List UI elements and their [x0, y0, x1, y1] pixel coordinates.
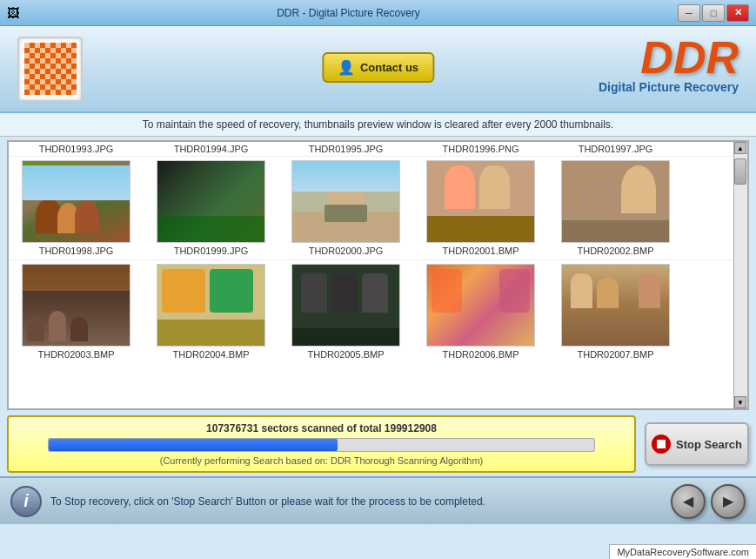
list-item: THDR01997.JPG: [548, 142, 683, 156]
list-item[interactable]: THDR02007.BMP: [548, 260, 683, 363]
thumb-label: THDR01994.JPG: [174, 144, 249, 154]
stop-square: [657, 440, 666, 448]
stop-search-button[interactable]: Stop Search: [645, 422, 749, 466]
list-item[interactable]: THDR02003.BMP: [9, 260, 144, 363]
status-area: 107376731 sectors scanned of total 19991…: [7, 414, 749, 475]
window-title: DDR - Digital Picture Recovery: [19, 7, 678, 19]
app-icon: 🖼: [7, 6, 19, 20]
thumb-label: THDR02000.JPG: [309, 246, 384, 256]
thumbnail-row-2: THDR01998.JPG THDR01999.JPG THDR02000.JP…: [9, 157, 747, 260]
list-item: THDR01995.JPG: [278, 142, 413, 156]
close-button[interactable]: ✕: [726, 4, 749, 22]
thumb-label: THDR02002.BMP: [577, 246, 653, 256]
ddr-title: DDR: [599, 35, 739, 80]
thumb-label: THDR01993.JPG: [39, 144, 114, 154]
notice-bar: To maintain the speed of recovery, thumb…: [0, 113, 756, 137]
thumb-label: THDR02004.BMP: [172, 349, 249, 360]
sectors-text: 107376731 sectors scanned of total 19991…: [206, 422, 437, 434]
progress-bar-fill: [49, 439, 338, 451]
algo-text: (Currently performing Search based on: D…: [160, 455, 484, 466]
thumb-label: THDR02006.BMP: [442, 349, 518, 360]
list-item: THDR01996.PNG: [413, 142, 548, 156]
thumbnail-row-3: THDR02003.BMP THDR02004.BMP THDR02005.BM…: [9, 260, 747, 363]
list-item: THDR01993.JPG: [9, 142, 144, 156]
title-bar: 🖼 DDR - Digital Picture Recovery ─ □ ✕: [0, 0, 756, 26]
scrollbar[interactable]: ▲ ▼: [733, 142, 747, 408]
back-icon: ◀: [683, 493, 693, 509]
scrollbar-thumb[interactable]: [734, 158, 746, 185]
minimize-button[interactable]: ─: [678, 4, 700, 22]
contact-label: Contact us: [360, 61, 418, 74]
logo-box: [17, 37, 83, 102]
list-item[interactable]: THDR01999.JPG: [144, 157, 278, 259]
thumb-label: THDR01995.JPG: [309, 144, 384, 154]
list-item[interactable]: THDR01998.JPG: [9, 157, 144, 259]
thumb-label: THDR01996.PNG: [442, 144, 518, 154]
nav-buttons: ◀ ▶: [671, 484, 746, 519]
scroll-up-arrow[interactable]: ▲: [734, 142, 746, 154]
list-item[interactable]: THDR02001.BMP: [413, 157, 548, 259]
progress-bar: [48, 438, 595, 452]
back-button[interactable]: ◀: [671, 484, 706, 519]
thumb-label: THDR02001.BMP: [442, 246, 518, 256]
thumb-label: THDR01998.JPG: [39, 246, 114, 256]
list-item[interactable]: THDR02000.JPG: [278, 157, 413, 259]
scroll-down-arrow[interactable]: ▼: [734, 396, 746, 408]
ddr-subtitle: Digital Picture Recovery: [599, 80, 739, 94]
contact-button[interactable]: 👤 Contact us: [322, 52, 434, 83]
bottom-info-text: To Stop recovery, click on 'Stop Search'…: [50, 495, 662, 508]
window-controls: ─ □ ✕: [678, 4, 749, 22]
progress-panel: 107376731 sectors scanned of total 19991…: [7, 415, 636, 473]
info-icon: i: [10, 486, 42, 517]
next-button[interactable]: ▶: [711, 484, 746, 519]
notice-text: To maintain the speed of recovery, thumb…: [143, 118, 613, 131]
brand-area: DDR Digital Picture Recovery: [599, 35, 739, 94]
header: 👤 Contact us DDR Digital Picture Recover…: [0, 26, 756, 113]
thumb-label: THDR02003.BMP: [37, 349, 114, 360]
stop-icon: [652, 434, 671, 454]
list-item: THDR01994.JPG: [144, 142, 278, 156]
maximize-button[interactable]: □: [702, 4, 725, 22]
thumbnail-row-1: THDR01993.JPG THDR01994.JPG THDR01995.JP…: [9, 142, 747, 157]
list-item[interactable]: THDR02006.BMP: [413, 260, 548, 363]
stop-label: Stop Search: [676, 438, 742, 451]
thumbnails-container: THDR01993.JPG THDR01994.JPG THDR01995.JP…: [7, 140, 749, 410]
bottom-bar: i To Stop recovery, click on 'Stop Searc…: [0, 476, 756, 524]
watermark-text: MyDataRecoverySoftware.com: [617, 547, 749, 557]
list-item[interactable]: THDR02005.BMP: [278, 260, 413, 363]
contact-icon: 👤: [338, 59, 355, 76]
watermark: MyDataRecoverySoftware.com: [609, 544, 756, 559]
next-icon: ▶: [723, 493, 733, 509]
thumb-label: THDR02007.BMP: [577, 349, 653, 360]
thumb-label: THDR01999.JPG: [174, 246, 249, 256]
list-item[interactable]: THDR02004.BMP: [144, 260, 278, 363]
thumb-label: THDR01997.JPG: [579, 144, 653, 154]
thumb-label: THDR02005.BMP: [307, 349, 384, 360]
logo-checkerboard: [24, 43, 77, 95]
list-item[interactable]: THDR02002.BMP: [548, 157, 683, 259]
